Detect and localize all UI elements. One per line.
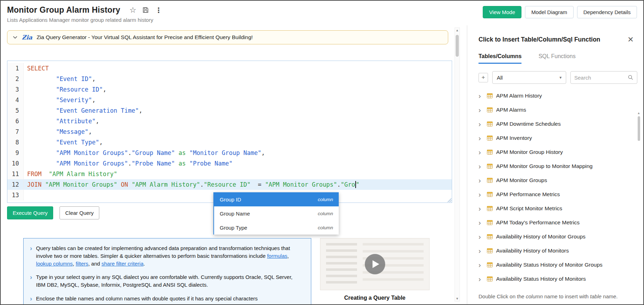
table-icon: [487, 93, 493, 99]
table-list-item[interactable]: ›Availability Status History of Monitor …: [479, 258, 638, 272]
chevron-right-icon[interactable]: ›: [479, 163, 483, 169]
table-list-item[interactable]: ›APM Alarms: [479, 103, 638, 117]
code-line-5[interactable]: 5 "Event Generation Time",: [7, 105, 452, 116]
autocomplete-item[interactable]: Group IDcolumn: [214, 192, 339, 206]
play-button-icon[interactable]: [365, 254, 385, 274]
table-list-item[interactable]: ›APM Script Monitor Metrics: [479, 201, 638, 216]
code-line-12[interactable]: 12JOIN "APM Monitor Groups" ON "APM Alar…: [7, 179, 452, 190]
help-link[interactable]: filters: [76, 261, 88, 267]
help-link[interactable]: lookup columns: [36, 261, 73, 267]
video-thumbnail[interactable]: [320, 238, 430, 290]
chevron-right-icon[interactable]: ›: [479, 248, 483, 254]
table-name[interactable]: APM Performance Metrics: [496, 191, 560, 198]
search-box[interactable]: [570, 71, 637, 84]
table-name[interactable]: APM Monitor Groups: [496, 177, 547, 183]
dependency-details-button[interactable]: Dependency Details: [577, 6, 637, 18]
chevron-right-icon[interactable]: ›: [479, 135, 483, 141]
info-bullet-text: Enclose the table names and column names…: [36, 295, 258, 303]
table-list-item[interactable]: ›Availability History of Monitor Groups: [479, 230, 638, 244]
code-text: SELECT: [24, 63, 452, 74]
autocomplete-label: Group Name: [220, 211, 250, 217]
chevron-down-icon[interactable]: [13, 35, 18, 39]
table-name[interactable]: Availability History of Monitors: [496, 248, 569, 254]
table-name[interactable]: Availability Status History of Monitor G…: [496, 262, 602, 268]
help-link[interactable]: share filter criteria: [101, 261, 143, 267]
scrollbar-thumb[interactable]: [456, 35, 459, 57]
tables-list: ›APM Alarm History›APM Alarms›APM Downti…: [479, 89, 638, 291]
table-name[interactable]: APM Downtime Schedules: [496, 121, 561, 127]
chevron-right-icon[interactable]: ›: [479, 205, 483, 212]
chevron-right-icon[interactable]: ›: [479, 177, 483, 183]
table-list-item[interactable]: ›APM Downtime Schedules: [479, 117, 638, 131]
expand-all-button[interactable]: +: [479, 73, 488, 82]
table-name[interactable]: APM Alarm History: [496, 93, 542, 99]
code-line-4[interactable]: 4 "Severity",: [7, 95, 452, 105]
video-block[interactable]: Creating a Query Table: [320, 238, 430, 305]
favorite-star-icon[interactable]: ☆: [129, 6, 136, 15]
line-number: 6: [7, 116, 24, 126]
table-name[interactable]: APM Alarms: [496, 107, 526, 113]
search-input[interactable]: [574, 75, 626, 81]
code-line-1[interactable]: 1SELECT: [7, 63, 452, 74]
help-link[interactable]: formulas: [267, 253, 287, 259]
code-text: "Attribute",: [24, 116, 452, 126]
autocomplete-item[interactable]: Group Namecolumn: [214, 206, 339, 220]
save-icon[interactable]: [142, 7, 149, 13]
table-list-item[interactable]: ›Availability Status History of Monitors: [479, 272, 638, 286]
code-line-7[interactable]: 7 "Message",: [7, 126, 452, 137]
table-name[interactable]: APM Monitor Group to Monitor Mapping: [496, 163, 593, 169]
table-name[interactable]: APM Inventory: [496, 135, 532, 141]
code-line-6[interactable]: 6 "Attribute",: [7, 116, 452, 126]
table-name[interactable]: APM Today's Performance Metrics: [496, 219, 580, 226]
table-list-item[interactable]: ›APM Performance Metrics: [479, 187, 638, 201]
table-name[interactable]: APM Script Monitor Metrics: [496, 205, 562, 212]
code-line-3[interactable]: 3 "Resource ID",: [7, 84, 452, 95]
scroll-up-arrow-icon[interactable]: ▲: [637, 111, 640, 115]
code-line-2[interactable]: 2 "Event ID",: [7, 74, 452, 84]
model-diagram-button[interactable]: Model Diagram: [525, 6, 574, 18]
scroll-down-arrow-icon[interactable]: ▼: [456, 297, 459, 300]
scrollbar-thumb[interactable]: [638, 116, 640, 141]
chevron-right-icon[interactable]: ›: [479, 262, 483, 268]
footer-text: name.: [601, 293, 618, 299]
sql-editor[interactable]: 1SELECT2 "Event ID",3 "Resource ID",4 "S…: [7, 61, 452, 203]
autocomplete-item[interactable]: Group Typecolumn: [214, 220, 339, 235]
table-name[interactable]: APM Monitor Group History: [496, 149, 563, 155]
close-icon[interactable]: ×: [628, 36, 633, 43]
chevron-right-icon[interactable]: ›: [479, 276, 483, 282]
table-list-item[interactable]: ›APM Today's Performance Metrics: [479, 216, 638, 230]
main-scrollbar[interactable]: ▲ ▼: [455, 27, 460, 301]
panel-scrollbar[interactable]: ▲: [637, 111, 640, 288]
clear-query-button[interactable]: Clear Query: [60, 206, 99, 219]
table-filter-dropdown[interactable]: All ▾: [492, 71, 566, 84]
tab-sql-functions[interactable]: SQL Functions: [538, 53, 575, 64]
table-name[interactable]: Availability Status History of Monitors: [496, 276, 586, 282]
table-list-item[interactable]: ›APM Monitor Group History: [479, 145, 638, 159]
chevron-right-icon[interactable]: ›: [479, 234, 483, 240]
code-line-10[interactable]: 10 "APM Monitor Groups"."Probe Name" as …: [7, 158, 452, 169]
chevron-right-icon[interactable]: ›: [479, 107, 483, 113]
more-options-icon[interactable]: ⋮: [155, 6, 162, 14]
table-list-item[interactable]: ›APM Inventory: [479, 131, 638, 145]
code-line-8[interactable]: 8 "Event Type",: [7, 137, 452, 148]
tab-tables-columns[interactable]: Tables/Columns: [479, 53, 521, 64]
zia-banner[interactable]: Ƶia Zia Query Generator - Your Virtual S…: [7, 30, 448, 44]
table-name[interactable]: Availability History of Monitor Groups: [496, 234, 586, 240]
chevron-right-icon[interactable]: ›: [479, 149, 483, 155]
execute-query-button[interactable]: Execute Query: [7, 206, 53, 219]
chevron-right-icon[interactable]: ›: [479, 121, 483, 127]
footer-text: name to insert with: [543, 293, 590, 299]
chevron-right-icon[interactable]: ›: [479, 191, 483, 198]
table-list-item[interactable]: ›APM Alarm History: [479, 89, 638, 103]
code-line-9[interactable]: 9 "APM Monitor Groups"."Group Name" as "…: [7, 148, 452, 158]
chevron-right-icon[interactable]: ›: [479, 93, 483, 99]
table-list-item[interactable]: ›APM Monitor Group to Monitor Mapping: [479, 159, 638, 173]
code-line-11[interactable]: 11FROM "APM Alarm History": [7, 169, 452, 179]
table-icon: [487, 178, 493, 183]
scroll-up-arrow-icon[interactable]: ▲: [456, 29, 459, 32]
chevron-right-icon: ›: [30, 244, 32, 267]
chevron-right-icon[interactable]: ›: [479, 219, 483, 226]
table-list-item[interactable]: ›APM Monitor Groups: [479, 173, 638, 187]
view-mode-button[interactable]: View Mode: [483, 6, 521, 18]
table-list-item[interactable]: ›Availability History of Monitors: [479, 244, 638, 258]
